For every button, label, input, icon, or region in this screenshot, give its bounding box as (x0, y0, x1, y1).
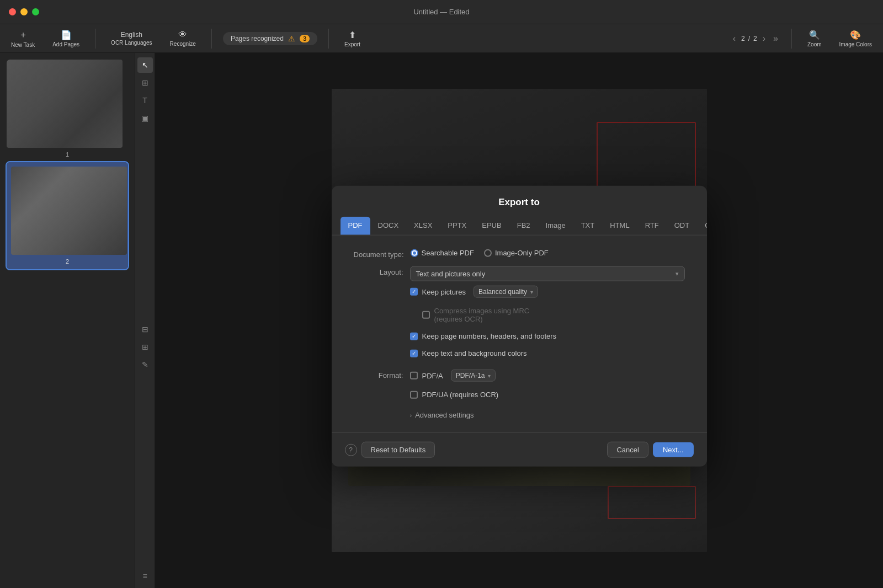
status-text: Pages recognized (231, 35, 284, 42)
table-tool[interactable]: ⊟ (137, 322, 153, 337)
help-button[interactable]: ? (345, 443, 357, 456)
edit-tool[interactable]: ✎ (137, 357, 153, 372)
page-thumb-2[interactable]: 2 (7, 162, 128, 269)
dialog-title: Export to (332, 186, 707, 217)
keep-pictures-checkbox[interactable] (410, 288, 418, 296)
pdfa-version-dropdown[interactable]: PDF/A-1a ▾ (451, 370, 496, 382)
add-pages-label: Add Pages (52, 41, 79, 47)
navigation: ‹ 2 / 2 › » (731, 33, 780, 45)
grid-tool[interactable]: ⊞ (137, 339, 153, 355)
tab-csv[interactable]: CSV (697, 217, 706, 235)
next-button[interactable]: Next... (653, 442, 694, 457)
image-colors-button[interactable]: 🎨 Image Colors (835, 28, 876, 50)
layout-label: Layout: (354, 266, 403, 276)
tab-rtf[interactable]: RTF (637, 217, 667, 235)
export-button[interactable]: ⬆ Export (340, 28, 365, 50)
advanced-settings-toggle[interactable]: › Advanced settings (410, 411, 474, 419)
next-page-button[interactable]: › (760, 33, 768, 45)
tab-docx[interactable]: DOCX (370, 217, 407, 235)
radio-searchable-pdf[interactable]: Searchable PDF (411, 249, 474, 257)
tab-pdf[interactable]: PDF (341, 217, 370, 235)
image-colors-label: Image Colors (839, 41, 872, 47)
page-total: 2 (753, 35, 757, 42)
pdfa-label: PDF/A (422, 371, 443, 379)
layout-controls: Text and pictures only ▾ Keep pictures B… (410, 266, 685, 362)
fullscreen-button[interactable] (32, 8, 39, 15)
image-only-pdf-label: Image-Only PDF (495, 249, 549, 257)
recognize-button[interactable]: 👁 Recognize (166, 28, 200, 49)
new-task-button[interactable]: ＋ New Task (7, 27, 39, 50)
layout-dropdown[interactable]: Text and pictures only ▾ (410, 266, 685, 281)
format-tabs: PDF DOCX XLSX PPTX EPUB FB2 Image TXT HT… (332, 217, 707, 236)
add-pages-icon: 📄 (61, 30, 72, 40)
ocr-languages-button[interactable]: English OCR Languages (107, 29, 157, 48)
select-tool[interactable]: ⊞ (137, 75, 153, 90)
close-button[interactable] (9, 8, 16, 15)
prev-page-button[interactable]: ‹ (731, 33, 738, 45)
recognize-label: Recognize (170, 41, 196, 47)
traffic-lights (9, 8, 39, 15)
page-thumb-1[interactable]: 1 (7, 60, 128, 158)
layout-value: Text and pictures only (416, 270, 671, 278)
zoom-label: Zoom (807, 41, 822, 47)
tab-image[interactable]: Image (538, 217, 573, 235)
radio-dot-searchable (411, 249, 418, 256)
pdfua-row: PDF/UA (requires OCR) (410, 391, 685, 399)
document-type-controls: Searchable PDF Image-Only PDF (411, 249, 685, 257)
plus-icon: ＋ (19, 29, 28, 41)
chevron-right-icon: › (410, 411, 412, 418)
document-type-radio-group: Searchable PDF Image-Only PDF (411, 249, 685, 257)
page-separator: / (748, 35, 750, 42)
compress-mrc-label: Compress images using MRC (requires OCR) (434, 307, 530, 323)
add-pages-button[interactable]: 📄 Add Pages (48, 28, 84, 50)
reset-label: Reset to Defaults (371, 446, 426, 454)
cursor-tool[interactable]: ↖ (137, 57, 153, 73)
keep-pictures-row: Keep pictures Balanced quality ▾ (410, 286, 685, 298)
last-page-button[interactable]: » (771, 33, 780, 45)
content-area: Export to PDF DOCX XLSX PPTX EPUB FB2 Im… (155, 53, 883, 588)
keep-page-numbers-label: Keep page numbers, headers, and footers (422, 332, 557, 340)
tab-html[interactable]: HTML (602, 217, 637, 235)
divider (95, 29, 95, 49)
language-label: English (121, 31, 142, 39)
document-type-row: Document type: Searchable PDF Image-Only… (354, 249, 685, 259)
toolbar: ＋ New Task 📄 Add Pages English OCR Langu… (0, 24, 883, 53)
format-label: Format: (354, 370, 403, 379)
pdfa-version-value: PDF/A-1a (456, 372, 485, 379)
pdfa-checkbox[interactable] (410, 372, 418, 379)
format-row: Format: PDF/A PDF/A-1a ▾ (354, 370, 685, 403)
advanced-settings-label: Advanced settings (415, 411, 474, 419)
extra-tool[interactable]: ≡ (137, 568, 153, 584)
next-label: Next... (663, 446, 684, 454)
keep-text-colors-checkbox[interactable] (410, 349, 418, 357)
reset-defaults-button[interactable]: Reset to Defaults (361, 442, 435, 458)
pdfa-chevron-icon: ▾ (488, 372, 491, 378)
page-thumbnail-1-img (7, 60, 123, 148)
pdfua-checkbox[interactable] (410, 391, 418, 398)
format-controls: PDF/A PDF/A-1a ▾ PDF/UA (requires OCR) (410, 370, 685, 403)
keep-page-numbers-checkbox[interactable] (410, 332, 418, 340)
region-tool[interactable]: ▣ (137, 110, 153, 126)
zoom-button[interactable]: 🔍 Zoom (803, 28, 826, 50)
tab-xlsx[interactable]: XLSX (406, 217, 440, 235)
minimize-button[interactable] (20, 8, 28, 15)
zoom-icon: 🔍 (809, 30, 820, 40)
compress-mrc-row: Compress images using MRC (requires OCR) (410, 307, 685, 323)
tab-pptx[interactable]: PPTX (440, 217, 474, 235)
compress-mrc-checkbox[interactable] (422, 311, 430, 319)
keep-text-colors-label: Keep text and background colors (422, 349, 527, 357)
tab-txt[interactable]: TXT (573, 217, 603, 235)
tab-odt[interactable]: ODT (667, 217, 697, 235)
help-icon: ? (349, 446, 353, 453)
keep-pictures-label: Keep pictures (422, 287, 466, 296)
cancel-label: Cancel (616, 446, 639, 454)
cancel-button[interactable]: Cancel (607, 442, 648, 458)
tab-epub[interactable]: EPUB (474, 217, 509, 235)
radio-image-only-pdf[interactable]: Image-Only PDF (484, 249, 549, 257)
text-tool[interactable]: T (137, 93, 153, 108)
status-pill: Pages recognized ⚠ 3 (223, 32, 317, 45)
new-task-label: New Task (11, 42, 35, 48)
dialog-footer: ? Reset to Defaults Cancel Next... (332, 432, 707, 467)
quality-dropdown[interactable]: Balanced quality ▾ (474, 286, 538, 298)
tab-fb2[interactable]: FB2 (509, 217, 538, 235)
